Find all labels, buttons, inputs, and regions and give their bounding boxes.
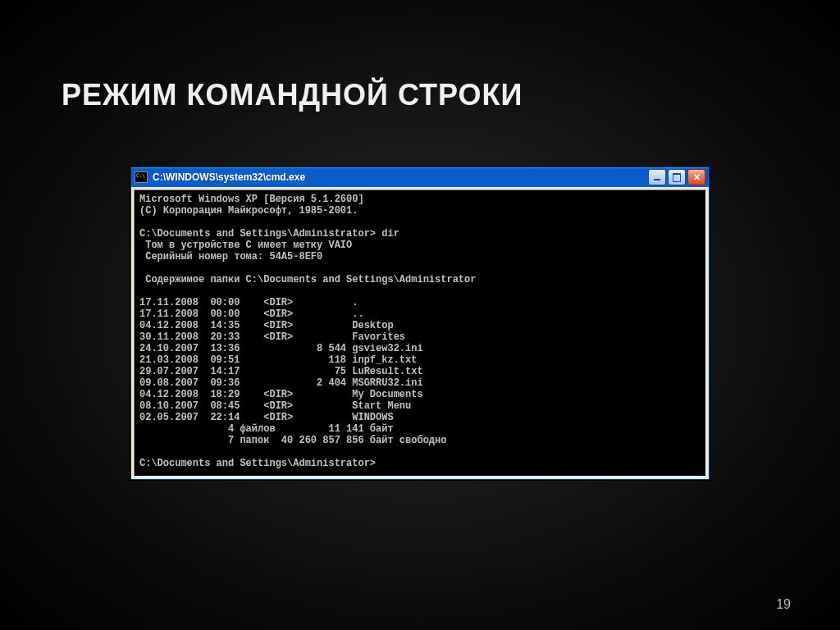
maximize-button[interactable] <box>668 169 686 185</box>
console-line: Серийный номер тома: 54A5-8EF0 <box>139 251 322 262</box>
console-summary: 7 папок 40 260 857 856 байт свободно <box>139 435 446 446</box>
console-line: Содержимое папки C:\Documents and Settin… <box>139 274 476 285</box>
console-line: Microsoft Windows XP [Версия 5.1.2600] <box>139 194 364 205</box>
console-line: (C) Корпорация Майкрософт, 1985-2001. <box>139 205 358 217</box>
console-summary: 4 файлов 11 141 байт <box>139 423 394 435</box>
dir-entry: 17.11.2008 00:00 <DIR> .. <box>139 308 364 320</box>
titlebar[interactable]: C:\WINDOWS\system32\cmd.exe ✕ <box>131 167 709 187</box>
console-prompt: C:\Documents and Settings\Administrator> <box>139 458 376 469</box>
slide-title: РЕЖИМ КОМАНДНОЙ СТРОКИ <box>62 78 523 112</box>
dir-entry: 02.05.2007 22:14 <DIR> WINDOWS <box>139 412 394 423</box>
dir-entry: 30.11.2008 20:33 <DIR> Favorites <box>139 331 405 343</box>
console-output[interactable]: Microsoft Windows XP [Версия 5.1.2600] (… <box>134 189 706 477</box>
slide-page-number: 19 <box>776 597 791 612</box>
cmd-icon <box>135 171 148 183</box>
close-button[interactable]: ✕ <box>687 169 705 185</box>
dir-entry: 08.10.2007 08:45 <DIR> Start Menu <box>139 400 411 412</box>
dir-entry: 21.03.2008 09:51 118 inpf_kz.txt <box>139 354 417 366</box>
dir-entry: 04.12.2008 18:29 <DIR> My Documents <box>139 389 423 400</box>
dir-entry: 29.07.2007 14:17 75 LuResult.txt <box>139 366 423 377</box>
cmd-window: C:\WINDOWS\system32\cmd.exe ✕ Microsoft … <box>130 167 710 480</box>
window-title: C:\WINDOWS\system32\cmd.exe <box>153 171 648 183</box>
console-prompt: C:\Documents and Settings\Administrator>… <box>139 228 399 240</box>
dir-entry: 17.11.2008 00:00 <DIR> . <box>139 297 358 308</box>
window-control-buttons: ✕ <box>648 169 705 185</box>
dir-entry: 04.12.2008 14:35 <DIR> Desktop <box>139 320 394 331</box>
minimize-button[interactable] <box>648 169 666 185</box>
dir-entry: 24.10.2007 13:36 8 544 gsview32.ini <box>139 343 423 354</box>
console-line: Том в устройстве C имеет метку VAIO <box>139 240 352 251</box>
dir-entry: 09.08.2007 09:36 2 404 MSGRRU32.ini <box>139 377 423 389</box>
